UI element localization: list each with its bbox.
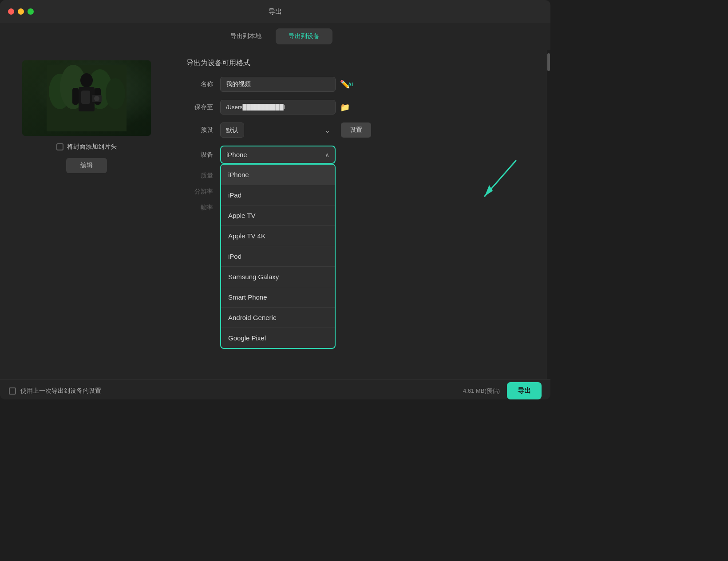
device-selected-value: iPhone: [226, 151, 247, 158]
titlebar: 导出: [0, 0, 550, 23]
dropdown-item-ipod[interactable]: iPod: [221, 246, 335, 267]
minimize-button[interactable]: [18, 8, 24, 15]
dropdown-item-android[interactable]: Android Generic: [221, 308, 335, 328]
remember-settings-checkbox[interactable]: [9, 387, 16, 395]
dropdown-item-appletv[interactable]: Apple TV: [221, 205, 335, 226]
export-button[interactable]: 导出: [507, 382, 542, 399]
window-title: 导出: [269, 8, 282, 16]
scrollbar[interactable]: [547, 50, 550, 379]
left-panel: 将封面添加到片头 编辑: [0, 50, 173, 379]
remember-settings-label: 使用上一次导出到设备的设置: [20, 387, 101, 395]
right-panel: 导出为设备可用格式 名称 ✏️ AI 保存至 📁 预设 默认 设置: [173, 50, 547, 379]
name-input[interactable]: [220, 77, 336, 92]
scrollbar-thumb: [547, 53, 550, 71]
dropdown-item-samsung[interactable]: Samsung Galaxy: [221, 267, 335, 287]
preset-label: 预设: [186, 126, 213, 134]
section-title: 导出为设备可用格式: [186, 59, 534, 68]
preset-row: 预设 默认 设置: [186, 122, 534, 138]
cover-checkbox[interactable]: [56, 143, 63, 150]
tab-local[interactable]: 导出到本地: [218, 29, 274, 44]
thumbnail-image: [47, 65, 127, 131]
cover-checkbox-row: 将封面添加到片头: [56, 143, 117, 151]
svg-rect-11: [81, 91, 90, 104]
tabbar: 导出到本地 导出到设备: [0, 23, 550, 50]
device-dropdown: iPhone iPad Apple TV Apple TV 4K iPod Sa…: [220, 164, 336, 349]
cover-label: 将封面添加到片头: [67, 143, 117, 151]
edit-button[interactable]: 编辑: [66, 158, 107, 173]
bottom-left: 使用上一次导出到设备的设置: [9, 387, 101, 395]
maximize-button[interactable]: [28, 8, 34, 15]
close-button[interactable]: [8, 8, 14, 15]
arrow-annotation: [476, 156, 529, 209]
device-label: 设备: [186, 151, 213, 159]
dropdown-item-smartphone[interactable]: Smart Phone: [221, 287, 335, 308]
fps-label: 帧率: [186, 204, 213, 212]
bottom-bar: 使用上一次导出到设备的设置 4.61 MB(预估) 导出: [0, 379, 550, 399]
ai-label: AI: [348, 82, 353, 87]
folder-icon[interactable]: 📁: [340, 103, 350, 112]
file-size-label: 4.61 MB(预估): [463, 387, 500, 395]
svg-point-4: [106, 78, 125, 109]
preset-select-wrapper: 默认: [220, 122, 336, 138]
chevron-up-icon: ∧: [325, 151, 329, 158]
resolution-label: 分辨率: [186, 188, 213, 196]
dropdown-item-iphone[interactable]: iPhone: [221, 165, 335, 185]
settings-button[interactable]: 设置: [341, 122, 371, 138]
device-select-button[interactable]: iPhone ∧: [220, 146, 336, 164]
thumbnail-overlay: [22, 60, 151, 136]
video-thumbnail: [22, 60, 151, 136]
window-controls: [8, 8, 34, 15]
svg-rect-7: [72, 88, 79, 105]
save-row: 保存至 📁: [186, 100, 534, 115]
svg-point-10: [94, 96, 99, 101]
bottom-right: 4.61 MB(预估) 导出: [463, 382, 542, 399]
name-row: 名称 ✏️ AI: [186, 77, 534, 92]
name-label: 名称: [186, 80, 213, 88]
dropdown-item-ipad[interactable]: iPad: [221, 185, 335, 205]
path-input[interactable]: [220, 100, 336, 115]
save-label: 保存至: [186, 103, 213, 111]
quality-label: 质量: [186, 172, 213, 180]
main-content: 将封面添加到片头 编辑 导出为设备可用格式 名称 ✏️ AI 保存至 📁 预设 …: [0, 50, 550, 379]
tab-device[interactable]: 导出到设备: [276, 28, 332, 44]
svg-point-5: [80, 73, 93, 87]
dropdown-item-appletv4k[interactable]: Apple TV 4K: [221, 226, 335, 246]
preset-select[interactable]: 默认: [220, 122, 244, 138]
dropdown-item-pixel[interactable]: Google Pixel: [221, 328, 335, 348]
